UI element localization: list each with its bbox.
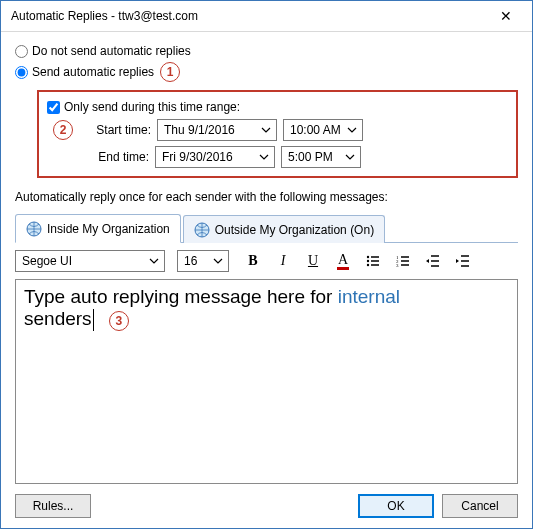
font-color-letter: A <box>338 253 348 267</box>
tab-strip: Inside My Organization Outside My Organi… <box>15 214 518 243</box>
bullet-list-button[interactable] <box>361 249 385 273</box>
callout-3: 3 <box>109 311 129 331</box>
svg-point-4 <box>367 264 369 266</box>
end-time-label: End time: <box>79 150 149 164</box>
font-color-button[interactable]: A <box>331 249 355 273</box>
tab-outside-org[interactable]: Outside My Organization (On) <box>183 215 385 243</box>
rules-button[interactable]: Rules... <box>15 494 91 518</box>
callout-1: 1 <box>160 62 180 82</box>
time-range-box: Only send during this time range: 2 Star… <box>37 90 518 178</box>
italic-button[interactable]: I <box>271 249 295 273</box>
close-button[interactable]: ✕ <box>486 5 526 27</box>
end-time-picker[interactable]: 5:00 PM <box>281 146 361 168</box>
title-bar: Automatic Replies - ttw3@test.com ✕ <box>1 1 532 32</box>
chevron-down-icon <box>147 254 161 268</box>
radio-dont-send-input[interactable] <box>15 45 28 58</box>
dialog-body: Do not send automatic replies Send autom… <box>1 32 532 484</box>
bold-button[interactable]: B <box>241 249 265 273</box>
radio-send-label: Send automatic replies <box>32 65 154 79</box>
radio-dont-send[interactable]: Do not send automatic replies <box>15 44 518 58</box>
globe-icon <box>26 221 42 237</box>
format-toolbar: Segoe UI 16 B I U A 123 <box>15 243 518 279</box>
start-time-picker[interactable]: 10:00 AM <box>283 119 363 141</box>
font-value: Segoe UI <box>22 254 72 268</box>
svg-point-3 <box>367 260 369 262</box>
start-date-value: Thu 9/1/2016 <box>164 123 235 137</box>
svg-point-2 <box>367 256 369 258</box>
radio-dont-send-label: Do not send automatic replies <box>32 44 191 58</box>
font-picker[interactable]: Segoe UI <box>15 250 165 272</box>
window-title: Automatic Replies - ttw3@test.com <box>11 9 486 23</box>
start-time-label: Start time: <box>81 123 151 137</box>
underline-button[interactable]: U <box>301 249 325 273</box>
checkbox-time-range-input[interactable] <box>47 101 60 114</box>
checkbox-time-range-label: Only send during this time range: <box>64 100 240 114</box>
chevron-down-icon <box>345 123 359 137</box>
cancel-button[interactable]: Cancel <box>442 494 518 518</box>
end-row: End time: Fri 9/30/2016 5:00 PM <box>47 146 508 168</box>
close-icon: ✕ <box>500 8 512 24</box>
automatic-replies-window: Automatic Replies - ttw3@test.com ✕ Do n… <box>0 0 533 529</box>
svg-text:3: 3 <box>396 263 399 268</box>
editor-text-2: senders <box>24 308 92 329</box>
tab-outside-label: Outside My Organization (On) <box>215 223 374 237</box>
ok-button[interactable]: OK <box>358 494 434 518</box>
chevron-down-icon <box>343 150 357 164</box>
globe-icon <box>194 222 210 238</box>
radio-send[interactable]: Send automatic replies 1 <box>15 62 518 82</box>
message-editor[interactable]: Type auto replying message here for inte… <box>15 279 518 484</box>
instruction-text: Automatically reply once for each sender… <box>15 190 518 204</box>
start-time-value: 10:00 AM <box>290 123 341 137</box>
callout-2: 2 <box>53 120 73 140</box>
chevron-down-icon <box>211 254 225 268</box>
editor-text-1: Type auto replying message here for <box>24 286 338 307</box>
end-date-value: Fri 9/30/2016 <box>162 150 233 164</box>
dialog-footer: Rules... OK Cancel <box>1 484 532 528</box>
font-size-picker[interactable]: 16 <box>177 250 229 272</box>
indent-button[interactable] <box>451 249 475 273</box>
start-date-picker[interactable]: Thu 9/1/2016 <box>157 119 277 141</box>
radio-send-input[interactable] <box>15 66 28 79</box>
chevron-down-icon <box>259 123 273 137</box>
chevron-down-icon <box>257 150 271 164</box>
text-caret <box>93 309 94 331</box>
outdent-button[interactable] <box>421 249 445 273</box>
font-color-swatch <box>337 267 349 270</box>
font-size-value: 16 <box>184 254 197 268</box>
end-time-value: 5:00 PM <box>288 150 333 164</box>
end-date-picker[interactable]: Fri 9/30/2016 <box>155 146 275 168</box>
checkbox-time-range[interactable]: Only send during this time range: <box>47 100 508 114</box>
tab-inside-label: Inside My Organization <box>47 222 170 236</box>
start-row: 2 Start time: Thu 9/1/2016 10:00 AM <box>47 119 508 141</box>
editor-text-internal: internal <box>338 286 400 307</box>
tab-inside-org[interactable]: Inside My Organization <box>15 214 181 243</box>
numbered-list-button[interactable]: 123 <box>391 249 415 273</box>
